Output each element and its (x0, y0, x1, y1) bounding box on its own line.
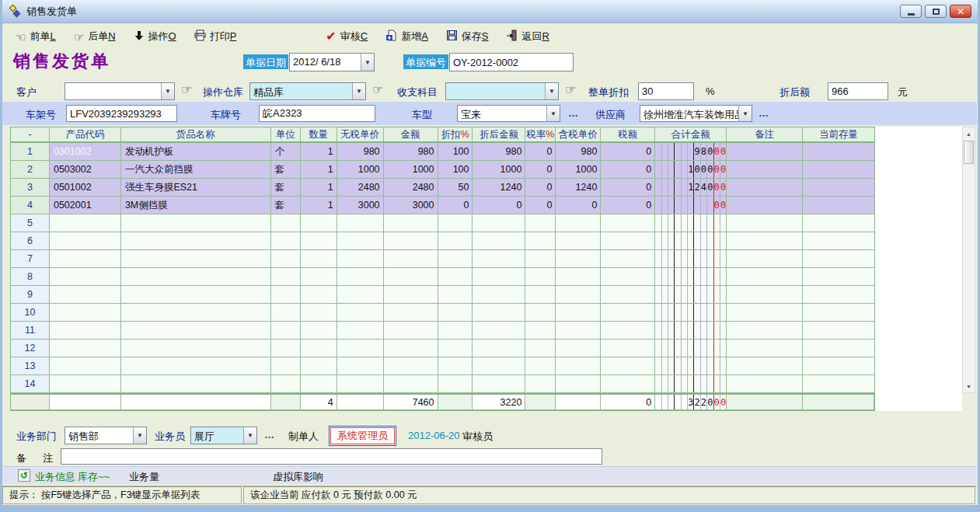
cell-name[interactable] (121, 375, 271, 393)
cell-qty[interactable] (301, 357, 337, 375)
pick-warehouse-icon[interactable]: ☞ (372, 82, 383, 97)
cell-unit[interactable] (271, 214, 301, 232)
cell-name[interactable] (121, 357, 271, 375)
cell-discAmt[interactable] (473, 340, 525, 357)
cell-unit[interactable] (271, 322, 301, 340)
cell-tax[interactable]: 0 (601, 143, 655, 161)
cell-unit[interactable] (271, 340, 301, 357)
cell-unit[interactable] (271, 268, 301, 286)
cell-num[interactable]: 9 (11, 286, 50, 304)
cell-qty[interactable] (301, 322, 337, 340)
cell-amount[interactable] (384, 322, 438, 340)
cell-unit[interactable]: 套 (271, 179, 301, 197)
cell-price[interactable] (337, 268, 384, 286)
cell-code[interactable] (50, 322, 121, 340)
cell-tax[interactable] (601, 340, 655, 357)
business-info-button[interactable]: 业务信息 (35, 470, 75, 484)
cell-remark[interactable] (727, 286, 803, 304)
cell-num[interactable]: 1 (11, 143, 50, 161)
cell-stock[interactable] (803, 340, 874, 357)
cell-num[interactable]: 10 (11, 304, 50, 322)
cell-amount[interactable]: 1000 (384, 161, 438, 179)
chevron-down-icon[interactable]: ▼ (361, 54, 374, 71)
cell-num[interactable]: 2 (11, 161, 50, 179)
cell-remark[interactable] (727, 232, 803, 250)
cell-amount[interactable] (384, 268, 438, 286)
cell-taxRate[interactable] (525, 214, 556, 232)
cell-qty[interactable]: 1 (301, 161, 337, 179)
cell-tax[interactable] (601, 268, 655, 286)
dept-combo[interactable]: 销售部 ▼ (65, 427, 147, 444)
cell-qty[interactable] (301, 268, 337, 286)
cell-stock[interactable] (803, 357, 874, 375)
cell-taxRate[interactable] (525, 232, 556, 250)
cell-price[interactable]: 980 (337, 143, 384, 161)
cell-disc[interactable]: 100 (438, 143, 473, 161)
scroll-down-icon[interactable]: ▼ (963, 380, 975, 392)
cell-discAmt[interactable] (473, 268, 525, 286)
model-more-button[interactable]: … (568, 107, 579, 119)
cell-num[interactable]: 7 (11, 250, 50, 268)
cell-unit[interactable] (271, 357, 301, 375)
cell-remark[interactable] (727, 340, 803, 357)
cell-code[interactable]: 0502001 (50, 197, 121, 214)
cell-taxRate[interactable] (525, 268, 556, 286)
cell-stock[interactable] (803, 250, 874, 268)
cell-taxRate[interactable] (525, 357, 556, 375)
cell-total[interactable] (655, 304, 727, 322)
cell-taxRate[interactable]: 0 (525, 197, 556, 214)
cell-disc[interactable] (438, 214, 473, 232)
cell-disc[interactable] (438, 304, 473, 322)
cell-total[interactable] (655, 322, 727, 340)
cell-taxRate[interactable] (525, 250, 556, 268)
creator-badge[interactable]: 系统管理员 (329, 426, 396, 446)
cell-stock[interactable] (803, 214, 874, 232)
maximize-button[interactable] (925, 5, 947, 18)
cell-price[interactable] (337, 340, 384, 357)
cell-code[interactable] (50, 286, 121, 304)
cell-unit[interactable]: 个 (271, 143, 301, 161)
cell-stock[interactable] (803, 375, 874, 393)
cell-taxPrice[interactable] (556, 304, 601, 322)
cell-price[interactable] (337, 357, 384, 375)
save-button[interactable]: 保存S (444, 28, 491, 45)
cell-discAmt[interactable] (473, 304, 525, 322)
cell-taxPrice[interactable]: 1000 (556, 161, 601, 179)
cell-code[interactable] (50, 375, 121, 393)
cell-discAmt[interactable]: 980 (473, 143, 525, 161)
cell-stock[interactable] (803, 322, 874, 340)
prev-doc-button[interactable]: ☜ 前单L (13, 28, 58, 45)
cell-code[interactable] (50, 214, 121, 232)
cell-unit[interactable] (271, 375, 301, 393)
cell-unit[interactable]: 套 (271, 197, 301, 214)
cell-num[interactable]: 6 (11, 232, 50, 250)
cell-taxRate[interactable]: 0 (525, 179, 556, 197)
cell-name[interactable]: 3M侧挡膜 (121, 197, 271, 214)
cell-discAmt[interactable]: 1000 (473, 161, 525, 179)
cell-disc[interactable]: 0 (438, 197, 473, 214)
cell-discAmt[interactable] (473, 322, 525, 340)
cell-amount[interactable] (384, 250, 438, 268)
cell-taxPrice[interactable] (556, 340, 601, 357)
discounted-amount-input[interactable] (828, 82, 888, 100)
chevron-down-icon[interactable]: ▼ (352, 83, 365, 99)
remark-input[interactable] (61, 448, 602, 465)
pick-account-icon[interactable]: ☞ (565, 82, 576, 97)
cell-taxPrice[interactable] (556, 357, 601, 375)
cell-disc[interactable]: 50 (438, 179, 473, 197)
model-combo[interactable]: 宝来 ▼ (457, 105, 560, 122)
cell-remark[interactable] (727, 304, 803, 322)
cell-code[interactable]: 0301002 (50, 143, 121, 161)
cell-code[interactable] (50, 250, 121, 268)
cell-name[interactable]: 强生车身膜ES21 (121, 179, 271, 197)
cell-qty[interactable] (301, 286, 337, 304)
minimize-button[interactable] (900, 5, 922, 18)
cell-total[interactable] (655, 250, 727, 268)
cell-total[interactable]: 124000 (655, 179, 727, 197)
cell-stock[interactable] (803, 286, 874, 304)
cell-remark[interactable] (727, 375, 803, 393)
chevron-down-icon[interactable]: ▼ (243, 427, 256, 444)
cell-remark[interactable] (727, 197, 803, 214)
cell-tax[interactable] (601, 232, 655, 250)
cell-disc[interactable] (438, 375, 473, 393)
